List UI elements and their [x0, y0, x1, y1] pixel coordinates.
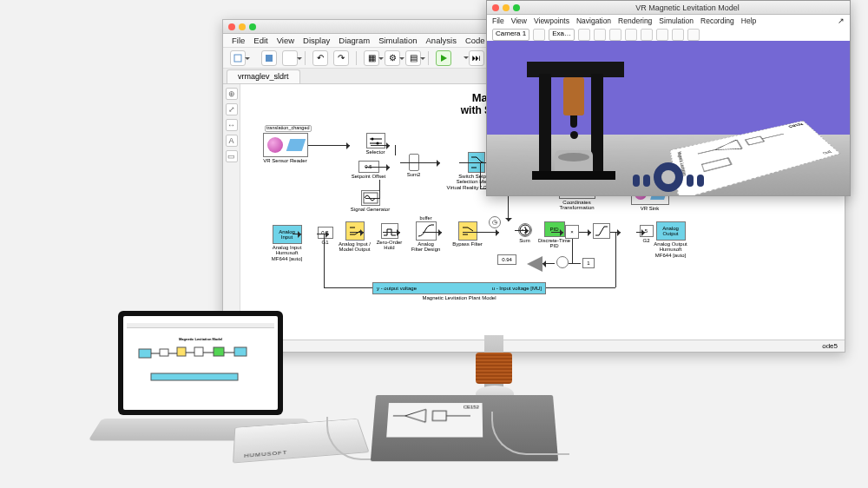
- menu-edit[interactable]: Edit: [253, 36, 267, 45]
- tool-icon[interactable]: [578, 29, 590, 41]
- vr-window: VR Magnetic Levitation Model File View V…: [486, 0, 851, 196]
- vr-menubar: File View Viewpoints Navigation Renderin…: [487, 15, 850, 27]
- tool-icon[interactable]: [687, 29, 700, 41]
- tool-icon[interactable]: [641, 29, 653, 41]
- zoom-in-icon[interactable]: ⊕: [226, 88, 238, 100]
- annotate-icon[interactable]: A: [226, 135, 238, 147]
- wire: [395, 145, 396, 155]
- menu-view[interactable]: View: [277, 36, 294, 45]
- play-icon[interactable]: [609, 29, 621, 41]
- scene-ball: [570, 131, 578, 139]
- close-icon[interactable]: [492, 4, 499, 11]
- undo-button[interactable]: ↶: [312, 50, 328, 66]
- record-icon[interactable]: [656, 29, 668, 41]
- nav-right2-icon[interactable]: [687, 175, 694, 187]
- menu-help[interactable]: Help: [741, 16, 756, 25]
- menu-analysis[interactable]: Analysis: [426, 36, 457, 45]
- run-menu-button[interactable]: [457, 50, 464, 66]
- vr-scene[interactable]: Magnetic Levitation CE152 Out1: [487, 41, 850, 195]
- block-sum2[interactable]: Sum2: [390, 154, 437, 177]
- pan-icon[interactable]: ↔: [226, 119, 238, 131]
- nav-right-icon[interactable]: [697, 175, 704, 187]
- library-button[interactable]: ▦: [364, 50, 379, 66]
- menu-extra-icon[interactable]: ↗: [838, 16, 845, 25]
- maximize-icon[interactable]: [249, 23, 256, 30]
- rig-model-label: CE152: [464, 405, 479, 410]
- wire: [371, 145, 390, 146]
- run-button[interactable]: [436, 50, 451, 66]
- svg-line-25: [762, 134, 784, 139]
- model-settings-button[interactable]: ⚙: [385, 50, 400, 66]
- menu-viewpoints[interactable]: Viewpoints: [534, 16, 569, 25]
- wire: [365, 167, 390, 168]
- svg-line-17: [468, 228, 473, 231]
- vr-sink-label: VR Sink: [626, 206, 674, 211]
- wire: [480, 162, 481, 188]
- block-setpoint-offset[interactable]: 0.5 Setpoint Offset: [345, 161, 392, 179]
- svg-marker-2: [441, 55, 447, 62]
- save-button[interactable]: [261, 50, 277, 66]
- wire: [365, 198, 379, 199]
- maximize-icon[interactable]: [513, 4, 520, 11]
- paper-out: Out1: [822, 149, 833, 155]
- viewpoint-select[interactable]: Camera 1: [492, 29, 529, 41]
- svg-rect-29: [177, 347, 186, 356]
- nav-left2-icon[interactable]: [643, 175, 650, 187]
- nav-center-icon[interactable]: [654, 162, 683, 192]
- block-bypass[interactable]: Bypass Filter: [444, 221, 491, 247]
- pid-sub: Discrete-Time PID: [530, 238, 578, 249]
- nav-mode-select[interactable]: Exa…: [549, 29, 575, 41]
- menu-diagram[interactable]: Diagram: [339, 36, 370, 45]
- prev-view-icon[interactable]: [533, 29, 545, 41]
- wire: [317, 234, 329, 234]
- svg-rect-27: [139, 349, 151, 358]
- signal-button[interactable]: ▤: [405, 50, 421, 66]
- fit-icon[interactable]: ⤢: [226, 103, 238, 115]
- menu-file[interactable]: File: [492, 16, 504, 25]
- menu-rendering[interactable]: Rendering: [618, 16, 652, 25]
- tool-icon[interactable]: [625, 29, 637, 41]
- window-controls[interactable]: [223, 23, 261, 30]
- save-menu-button[interactable]: [282, 50, 298, 66]
- menu-code[interactable]: Code: [465, 36, 485, 45]
- nav-wheel[interactable]: [616, 171, 720, 190]
- menu-simulation[interactable]: Simulation: [659, 16, 694, 25]
- svg-rect-40: [432, 411, 446, 420]
- menu-recording[interactable]: Recording: [700, 16, 734, 25]
- tool-icon[interactable]: [594, 29, 606, 41]
- coord-label: Coordinates Transformation: [553, 200, 601, 211]
- block-saturation[interactable]: [593, 223, 610, 239]
- block-analog-output[interactable]: Analog Output Analog Output Humusoft MF6…: [647, 221, 694, 258]
- step-button[interactable]: ⏭: [469, 50, 484, 66]
- block-signal-gen-label: Signal Generator: [346, 207, 394, 212]
- minimize-icon[interactable]: [239, 23, 246, 30]
- block-signal-gen[interactable]: Signal Generator: [346, 190, 394, 212]
- menu-display[interactable]: Display: [303, 36, 330, 45]
- paper-model: CE152: [787, 122, 804, 128]
- model-tab[interactable]: vrmaglev_sldrt: [227, 69, 300, 83]
- menu-view[interactable]: View: [511, 16, 527, 25]
- svg-rect-23: [746, 136, 765, 145]
- window-controls[interactable]: [487, 4, 525, 11]
- image-icon[interactable]: ▭: [226, 150, 238, 162]
- minimize-icon[interactable]: [503, 4, 510, 11]
- wire: [515, 230, 529, 231]
- close-icon[interactable]: [228, 23, 235, 30]
- wire: [636, 232, 645, 233]
- menu-file[interactable]: File: [232, 36, 245, 45]
- svg-rect-28: [160, 349, 168, 356]
- new-model-button[interactable]: [230, 50, 246, 66]
- bypass-label: Bypass Filter: [444, 241, 491, 247]
- wire: [615, 232, 616, 287]
- wire: [293, 234, 301, 234]
- laptop-diagram-title: Magnetic Levitation Model: [135, 337, 266, 341]
- redo-button[interactable]: ↷: [333, 50, 349, 66]
- block-one[interactable]: 1: [582, 258, 595, 268]
- block-product[interactable]: ×: [565, 225, 579, 239]
- snapshot-icon[interactable]: [672, 29, 684, 41]
- vr-titlebar[interactable]: VR Magnetic Levitation Model: [487, 1, 850, 15]
- menu-simulation[interactable]: Simulation: [378, 36, 417, 45]
- nav-left-icon[interactable]: [633, 175, 640, 187]
- menu-navigation[interactable]: Navigation: [576, 16, 611, 25]
- block-vr-sensor[interactable]: VR Sensor Reader translation_changed: [261, 133, 309, 163]
